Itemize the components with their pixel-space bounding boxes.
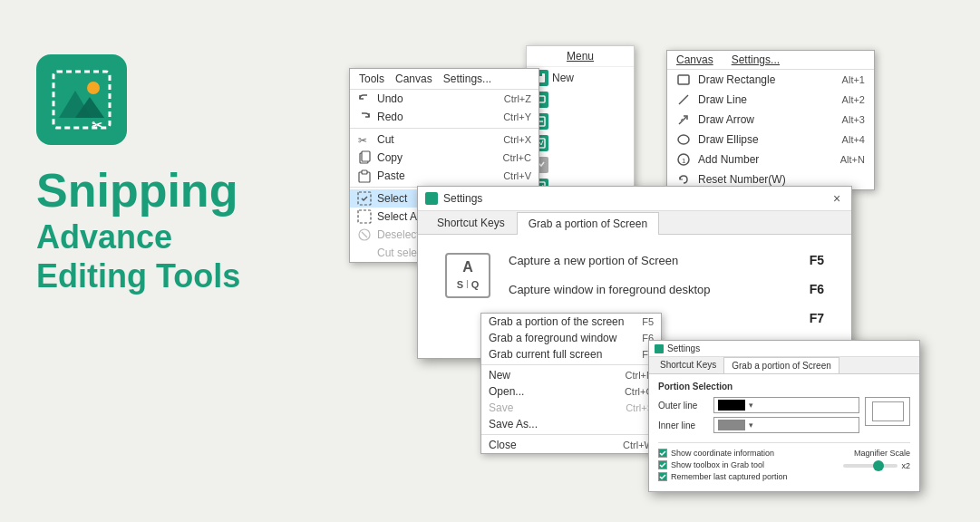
ellipse-icon	[676, 132, 691, 147]
keyboard-icon: A S|Q	[445, 253, 490, 298]
tools-menu-tools[interactable]: Tools	[354, 71, 390, 87]
small-checkbox-remember[interactable]: Remember last captured portion	[658, 472, 834, 481]
tools-cut-shortcut: Ctrl+X	[503, 134, 531, 145]
svg-line-20	[362, 232, 367, 237]
tools-undo-shortcut: Ctrl+Z	[504, 93, 531, 104]
redo-icon	[357, 110, 372, 124]
canvas-item-rectangle[interactable]: Draw Rectangle Alt+1	[667, 70, 874, 90]
reset-icon	[676, 172, 691, 187]
float-grab-portion-shortcut: F5	[642, 316, 654, 327]
canvas-window: Canvas Settings... Draw Rectangle Alt+1 …	[666, 50, 875, 190]
checkbox-toolbox	[658, 460, 667, 469]
tools-item-redo[interactable]: Redo Ctrl+Y	[350, 108, 539, 126]
app-subtitle-line1: Advance	[36, 218, 317, 256]
float-save[interactable]: Save Ctrl+S	[481, 400, 661, 416]
app-icon: ✂	[36, 54, 127, 145]
canvas-menu-canvas[interactable]: Canvas	[667, 51, 723, 69]
tools-item-undo[interactable]: Undo Ctrl+Z	[350, 90, 539, 108]
small-settings-content: Portion Selection Outer line ▾ Inner lin…	[649, 374, 919, 491]
svg-rect-21	[678, 75, 689, 84]
svg-rect-16	[362, 170, 367, 174]
menu-item-4[interactable]	[527, 132, 634, 154]
float-divider-2	[481, 434, 661, 435]
shortcut-f7-key: F7	[810, 311, 824, 325]
small-checkboxes: Show coordinate information Show toolbox…	[658, 449, 834, 484]
menu-window: Menu New	[526, 45, 635, 198]
canvas-number-shortcut: Alt+N	[840, 154, 865, 165]
settings-title-text: Settings	[443, 192, 824, 205]
floating-menu: Grab a portion of the screen F5 Grab a f…	[480, 313, 662, 454]
menu-new-label: New	[552, 72, 574, 84]
tools-menu-canvas[interactable]: Canvas	[390, 71, 438, 87]
canvas-item-arrow[interactable]: Draw Arrow Alt+3	[667, 110, 874, 130]
svg-text:1: 1	[682, 157, 686, 165]
canvas-menu-settings[interactable]: Settings...	[723, 51, 789, 69]
line-icon	[676, 92, 691, 107]
float-save-as[interactable]: Save As...	[481, 416, 661, 432]
float-close[interactable]: Close Ctrl+W	[481, 437, 661, 453]
svg-point-24	[678, 135, 689, 144]
small-settings-icon	[655, 344, 664, 353]
canvas-item-number[interactable]: 1 Add Number Alt+N	[667, 150, 874, 169]
shortcut-f5-desc: Capture a new portion of Screen	[509, 254, 800, 267]
float-grab-window[interactable]: Grab a foreground window F6	[481, 330, 661, 346]
float-grab-screen[interactable]: Grab current full screen F7	[481, 346, 661, 362]
menu-window-title: Menu	[527, 46, 634, 67]
menu-item-new[interactable]: New	[527, 67, 634, 89]
branding-section: ✂ Snipping Advance Editing Tools	[36, 54, 317, 295]
small-tab-shortcut[interactable]: Shortcut Keys	[653, 357, 723, 373]
tools-copy-label: Copy	[377, 151, 498, 164]
select-icon	[357, 191, 372, 206]
svg-line-23	[679, 117, 686, 124]
inner-color-swatch	[718, 420, 745, 430]
settings-close-button[interactable]: ×	[830, 191, 844, 206]
small-settings-titlebar: Settings	[649, 341, 919, 357]
float-grab-window-label: Grab a foreground window	[489, 332, 636, 344]
tools-item-paste[interactable]: Paste Ctrl+V	[350, 167, 539, 185]
tools-paste-label: Paste	[377, 169, 498, 182]
float-open-label: Open...	[489, 385, 619, 398]
small-inner-line-row: Inner line ▾	[658, 417, 859, 433]
svg-point-3	[87, 82, 100, 94]
canvas-line-label: Draw Line	[698, 93, 835, 106]
magnifier-slider[interactable]	[843, 464, 898, 468]
tools-paste-shortcut: Ctrl+V	[503, 170, 531, 181]
tools-menu-settings[interactable]: Settings...	[438, 71, 497, 87]
small-inner-select[interactable]: ▾	[713, 417, 859, 433]
menu-item-5[interactable]	[527, 154, 634, 176]
checkbox-coords-label: Show coordinate information	[671, 449, 774, 458]
tools-menubar: Tools Canvas Settings...	[350, 69, 539, 90]
tools-item-cut[interactable]: ✂ Cut Ctrl+X	[350, 130, 539, 149]
tools-redo-shortcut: Ctrl+Y	[503, 111, 531, 122]
shortcut-row-f5: Capture a new portion of Screen F5	[509, 253, 824, 267]
shortcut-f6-key: F6	[810, 282, 824, 296]
float-grab-portion[interactable]: Grab a portion of the screen F5	[481, 314, 661, 330]
small-preview	[865, 397, 910, 426]
paste-icon	[357, 169, 372, 183]
svg-line-22	[679, 95, 688, 104]
small-tab-grab[interactable]: Grab a portion of Screen	[723, 357, 839, 373]
checkbox-toolbox-label: Show toolbox in Grab tool	[671, 460, 764, 469]
small-checkbox-coords[interactable]: Show coordinate information	[658, 449, 834, 458]
canvas-item-line[interactable]: Draw Line Alt+2	[667, 90, 874, 110]
screenshots-area: Menu New	[344, 18, 961, 508]
tab-shortcut-keys[interactable]: Shortcut Keys	[425, 211, 517, 234]
magnifier-slider-thumb	[873, 460, 884, 471]
canvas-menubar: Canvas Settings...	[667, 51, 874, 70]
float-new[interactable]: New Ctrl+N	[481, 367, 661, 383]
canvas-item-ellipse[interactable]: Draw Ellipse Alt+4	[667, 130, 874, 150]
tools-item-copy[interactable]: Copy Ctrl+C	[350, 149, 539, 167]
menu-item-3[interactable]	[527, 111, 634, 132]
small-divider	[658, 442, 910, 443]
svg-rect-14	[362, 151, 370, 161]
small-checkbox-toolbox[interactable]: Show toolbox in Grab tool	[658, 460, 834, 469]
canvas-number-label: Add Number	[698, 153, 833, 166]
menu-item-2[interactable]	[527, 89, 634, 111]
canvas-line-shortcut: Alt+2	[842, 94, 865, 105]
float-open[interactable]: Open... Ctrl+O	[481, 383, 661, 400]
cut-selected-icon	[357, 246, 372, 260]
tab-grab-portion[interactable]: Grab a portion of Screen	[517, 212, 659, 235]
canvas-rectangle-label: Draw Rectangle	[698, 73, 835, 86]
small-outer-select[interactable]: ▾	[713, 397, 859, 413]
checkbox-remember	[658, 472, 667, 481]
